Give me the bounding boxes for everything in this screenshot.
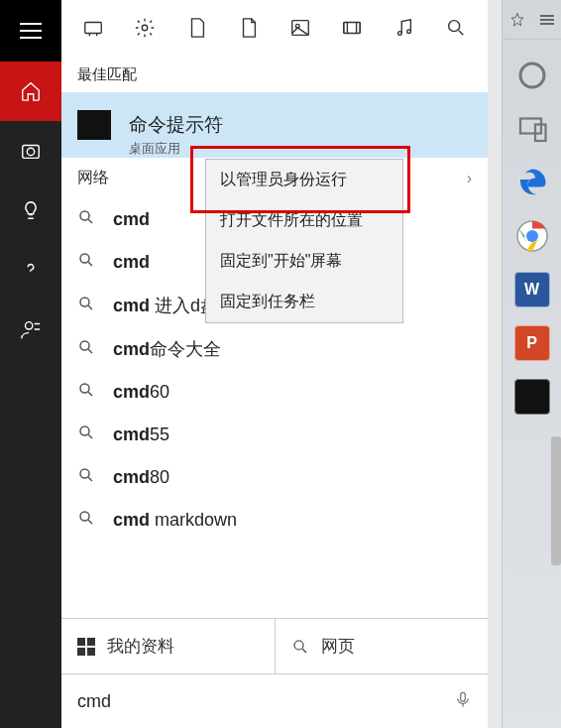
word-icon: W xyxy=(524,281,539,299)
hamburger-button[interactable] xyxy=(0,0,61,61)
svg-point-17 xyxy=(80,469,89,478)
svg-rect-22 xyxy=(520,119,541,134)
tab-web-label: 网页 xyxy=(321,635,355,658)
music-icon xyxy=(393,17,415,39)
bulb-icon xyxy=(20,199,42,221)
mic-button[interactable] xyxy=(454,688,472,715)
search-icon xyxy=(77,381,95,399)
top-icon-search[interactable] xyxy=(434,17,478,43)
search-icon xyxy=(77,208,95,226)
side-bulb[interactable] xyxy=(0,181,61,240)
search-icon xyxy=(77,466,95,484)
svg-point-1 xyxy=(27,148,34,155)
tab-my-stuff[interactable]: 我的资料 xyxy=(61,619,276,673)
video-icon xyxy=(341,17,363,39)
svg-point-4 xyxy=(143,25,149,31)
svg-point-9 xyxy=(406,30,410,34)
search-icon xyxy=(77,509,95,527)
mic-icon xyxy=(454,688,472,710)
ctx-pin-taskbar[interactable]: 固定到任务栏 xyxy=(206,282,402,322)
taskbar-cmd[interactable] xyxy=(514,379,550,415)
powerpoint-icon: P xyxy=(526,334,537,352)
scrollbar-thumb[interactable] xyxy=(551,436,561,565)
search-query: cmd xyxy=(77,691,111,712)
svg-point-25 xyxy=(526,230,538,242)
cmd-thumb-icon xyxy=(77,110,111,140)
top-icon-video[interactable] xyxy=(330,17,374,43)
svg-point-16 xyxy=(80,426,89,435)
recent-icon xyxy=(82,17,104,39)
top-icon-settings[interactable] xyxy=(123,17,167,43)
user-icon xyxy=(20,318,42,340)
svg-point-18 xyxy=(80,512,89,521)
list-item[interactable]: cmd命令大全 xyxy=(61,327,488,371)
svg-rect-3 xyxy=(85,23,102,34)
svg-point-15 xyxy=(80,384,89,393)
svg-point-12 xyxy=(80,254,89,263)
camera-icon xyxy=(20,140,42,162)
svg-point-2 xyxy=(26,322,33,329)
search-bar[interactable]: cmd xyxy=(61,673,488,728)
tab-my-stuff-label: 我的资料 xyxy=(107,635,174,658)
svg-point-10 xyxy=(449,21,460,32)
file-outline-icon xyxy=(238,17,260,39)
context-menu: 以管理员身份运行 打开文件所在的位置 固定到"开始"屏幕 固定到任务栏 xyxy=(205,159,403,323)
settings-icon xyxy=(134,17,156,39)
help-icon xyxy=(20,259,42,281)
top-filter-row xyxy=(61,0,488,60)
taskbar-cortana[interactable] xyxy=(514,58,550,93)
top-icon-music[interactable] xyxy=(383,17,426,43)
best-match-title: 命令提示符 xyxy=(129,112,223,138)
taskbar-ppt[interactable]: P xyxy=(514,325,550,361)
search-icon xyxy=(77,251,95,269)
best-match-heading: 最佳匹配 xyxy=(61,60,488,92)
svg-point-21 xyxy=(520,63,544,87)
chevron-right-icon: › xyxy=(467,170,472,187)
top-icon-file2[interactable] xyxy=(227,17,271,43)
menu-icon[interactable] xyxy=(540,15,554,25)
cortana-icon xyxy=(514,58,550,93)
hamburger-icon xyxy=(20,23,42,39)
svg-rect-0 xyxy=(23,146,40,159)
edge-icon xyxy=(514,165,550,200)
list-item[interactable]: cmd55 xyxy=(61,414,488,456)
svg-point-13 xyxy=(80,298,89,306)
list-item[interactable]: cmd80 xyxy=(61,456,488,499)
search-icon xyxy=(445,17,467,39)
taskbar-edge[interactable] xyxy=(514,165,550,200)
taskbar-word[interactable]: W xyxy=(514,272,550,307)
svg-point-14 xyxy=(80,341,89,350)
best-match-subtitle: 桌面应用 xyxy=(61,140,488,158)
svg-point-8 xyxy=(397,32,401,36)
svg-rect-20 xyxy=(461,692,466,701)
image-icon xyxy=(289,17,311,39)
top-icon-file[interactable] xyxy=(175,17,219,43)
side-camera[interactable] xyxy=(0,121,61,181)
home-icon xyxy=(20,80,42,102)
ctx-pin-start[interactable]: 固定到"开始"屏幕 xyxy=(206,241,402,282)
list-item[interactable]: cmd markdown xyxy=(61,499,488,542)
file-icon xyxy=(186,17,208,39)
svg-point-19 xyxy=(294,641,303,650)
search-icon xyxy=(77,424,95,441)
taskbar-devices[interactable] xyxy=(514,111,550,147)
right-edge-panel: W P xyxy=(502,0,561,728)
tab-web[interactable]: 网页 xyxy=(276,619,489,673)
svg-rect-7 xyxy=(344,23,361,34)
windows-icon xyxy=(77,638,95,656)
top-icon-recent[interactable] xyxy=(71,17,115,43)
search-icon xyxy=(291,638,309,656)
top-icon-image[interactable] xyxy=(279,17,322,43)
svg-point-11 xyxy=(80,211,89,220)
taskbar-chrome[interactable] xyxy=(514,218,550,254)
side-user[interactable] xyxy=(0,300,61,359)
ctx-run-as-admin[interactable]: 以管理员身份运行 xyxy=(206,160,402,200)
list-item[interactable]: cmd60 xyxy=(61,371,488,414)
side-help[interactable] xyxy=(0,240,61,300)
chrome-icon xyxy=(514,218,550,254)
star-icon[interactable] xyxy=(509,12,525,28)
side-home[interactable] xyxy=(0,61,61,121)
ctx-open-location[interactable]: 打开文件所在的位置 xyxy=(206,200,402,241)
search-icon xyxy=(77,295,95,312)
search-icon xyxy=(77,338,95,356)
